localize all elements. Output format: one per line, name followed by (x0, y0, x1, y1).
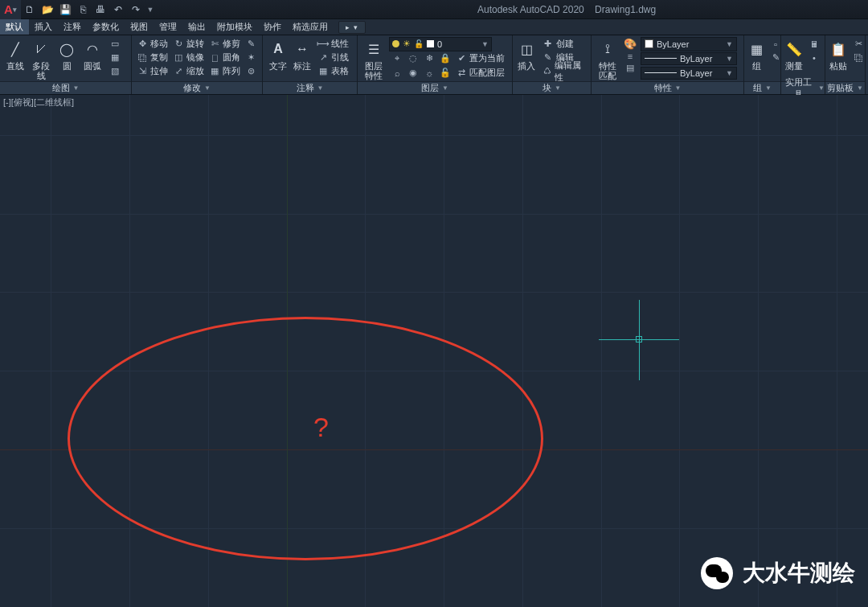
cmd-offset[interactable]: ⊜ (243, 66, 259, 77)
tab-default[interactable]: 默认 (0, 19, 29, 35)
qat-plot-icon[interactable]: 🖶 (92, 2, 108, 18)
cmd-group[interactable]: ▦ 组 (747, 37, 766, 71)
cmd-move[interactable]: ✥移动 (134, 38, 170, 50)
cmd-erase[interactable]: ✎ (243, 39, 259, 50)
panel-clipboard-title[interactable]: 剪贴板▼ (825, 81, 865, 94)
linetype-dropdown[interactable]: ByLayer ▼ (641, 67, 737, 80)
drawing-area[interactable]: ? 大水牛测绘 (0, 95, 868, 607)
cmd-hatch[interactable]: ▦ (107, 52, 123, 64)
layer-freeze-btn-icon: ❄ (424, 53, 435, 64)
cmd-region[interactable]: ▧ (107, 66, 123, 77)
cmd-match-props[interactable]: ⟟ 特性 匹配 (594, 37, 621, 80)
app-name: Autodesk AutoCAD 2020 (477, 4, 584, 15)
lineweight-dropdown[interactable]: ByLayer ▼ (641, 52, 737, 65)
color-dropdown[interactable]: ByLayer ▼ (641, 37, 737, 51)
panel-properties-title[interactable]: 特性▼ (592, 81, 743, 94)
cmd-layer-setcurrent[interactable]: ✔置为当前 (453, 52, 507, 64)
cmd-layer-lock[interactable]: 🔒 (437, 53, 453, 64)
cmd-trim[interactable]: ✄修剪 (207, 38, 243, 50)
cmd-block-attedit[interactable]: ♺编辑属性 (540, 59, 588, 84)
cmd-array[interactable]: ▦阵列 (207, 65, 243, 77)
cmd-point[interactable]: • (806, 52, 822, 64)
panel-draw: ╱ 直线 ⩗ 多段线 ◯ 圆 ◠ 圆弧 ▭ ▦ ▧ 绘图▼ (0, 35, 132, 94)
layer-current-name: 0 (437, 39, 478, 49)
panel-layers-title[interactable]: 图层▼ (358, 81, 512, 94)
ungroup-icon: ▫ (770, 39, 781, 50)
cmd-explode[interactable]: ✶ (243, 52, 259, 64)
qat-saveas-icon[interactable]: ⎘ (75, 2, 91, 18)
panel-annotate-title[interactable]: 注释▼ (263, 81, 357, 94)
cmd-layer-match[interactable]: ⇄匹配图层 (453, 67, 507, 79)
cmd-line[interactable]: ╱ 直线 (2, 37, 28, 71)
cmd-layer-off[interactable]: ◌ (405, 53, 421, 64)
cmd-copy[interactable]: ⿻复制 (134, 51, 170, 64)
qat-save-icon[interactable]: 💾 (57, 2, 73, 18)
cmd-block-insert[interactable]: ◫ 插入 (515, 37, 538, 71)
hatch-icon: ▦ (109, 52, 121, 64)
tab-addons[interactable]: 附加模块 (211, 19, 258, 35)
tab-insert[interactable]: 插入 (29, 19, 58, 35)
color-wheel-icon[interactable]: 🎨 (624, 38, 637, 50)
cmd-table[interactable]: ▦表格 (315, 65, 351, 77)
tab-featured[interactable]: 精选应用 (287, 19, 334, 35)
layer-dropdown[interactable]: ☀ 🔓 0 ▼ (389, 37, 492, 51)
panel-draw-title[interactable]: 绘图▼ (0, 81, 131, 94)
cmd-layer-on[interactable]: ◉ (405, 68, 421, 79)
cmd-polyline[interactable]: ⩗ 多段线 (28, 37, 54, 80)
layer-on-btn-icon: ◉ (407, 68, 419, 79)
cmd-layer-thaw[interactable]: ☼ (421, 68, 437, 79)
tab-output[interactable]: 输出 (182, 19, 211, 35)
cmd-layer-uniso[interactable]: ⌕ (389, 68, 405, 79)
qat-undo-icon[interactable]: ↶ (110, 2, 126, 18)
qat-open-icon[interactable]: 📂 (39, 2, 55, 18)
tab-view[interactable]: 视图 (125, 19, 154, 35)
panel-block-title[interactable]: 块▼ (513, 81, 591, 94)
cmd-leader[interactable]: ↗引线 (315, 51, 351, 64)
tab-parametric[interactable]: 参数化 (87, 19, 125, 35)
color-bylayer-icon[interactable]: ≡ (628, 51, 633, 61)
cmd-layer-iso[interactable]: ⌖ (389, 53, 405, 64)
chevron-down-icon: ▼ (818, 84, 825, 92)
cmd-copy-clip[interactable]: ⿻ (850, 52, 866, 64)
cmd-dim-linear[interactable]: ⟼线性 (315, 38, 351, 50)
polyline-icon: ⩗ (31, 39, 51, 59)
cmd-scale[interactable]: ⤢缩放 (170, 65, 207, 77)
cmd-paste[interactable]: 📋 粘贴 (828, 37, 849, 71)
cmd-mirror[interactable]: ◫镜像 (170, 51, 207, 64)
cmd-arc[interactable]: ◠ 圆弧 (80, 37, 105, 71)
panel-utilities-title[interactable]: 实用工具▼ (781, 81, 825, 94)
title-bar: A▾ 🗋 📂 💾 ⎘ 🖶 ↶ ↷ ▼ Autodesk AutoCAD 2020… (0, 0, 868, 19)
cmd-layer-unlock[interactable]: 🔓 (437, 68, 453, 79)
cmd-block-create[interactable]: ✚创建 (540, 38, 576, 50)
cmd-calc[interactable]: 🖩 (806, 39, 822, 50)
cmd-circle[interactable]: ◯ 圆 (54, 37, 80, 71)
line-icon: ╱ (5, 39, 26, 59)
cmd-text[interactable]: A 文字 (265, 37, 291, 71)
tab-annotate[interactable]: 注释 (58, 19, 87, 35)
qat-new-icon[interactable]: 🗋 (22, 2, 38, 18)
cmd-measure[interactable]: 📏 测量 (784, 37, 805, 71)
tab-collab[interactable]: 协作 (258, 19, 287, 35)
panel-group-title[interactable]: 组▼ (744, 81, 780, 94)
cmd-rect[interactable]: ▭ (107, 39, 123, 50)
scale-icon: ⤢ (173, 66, 184, 77)
qat-dropdown-icon[interactable]: ▼ (145, 0, 156, 19)
cmd-stretch[interactable]: ⇲拉伸 (134, 65, 170, 77)
tab-manage[interactable]: 管理 (154, 19, 182, 35)
play-dropdown[interactable]: ▸ ▾ (338, 21, 366, 34)
viewport-controls[interactable]: [-][俯视][二维线框] (3, 96, 74, 109)
cmd-fillet[interactable]: ⎕圆角 (207, 51, 243, 64)
transparency-icon[interactable]: ▤ (626, 63, 634, 73)
cmd-rotate[interactable]: ↻旋转 (170, 38, 207, 50)
mirror-icon: ◫ (173, 52, 184, 64)
cmd-dim[interactable]: ↔ 标注 (291, 37, 313, 71)
cmd-layer-props[interactable]: ☰ 图层 特性 (360, 37, 387, 80)
panel-modify-title[interactable]: 修改▼ (132, 81, 262, 94)
paste-icon: 📋 (828, 39, 849, 59)
cmd-layer-frz[interactable]: ❄ (421, 53, 437, 64)
app-logo[interactable]: A▾ (0, 0, 21, 19)
dimension-icon: ↔ (292, 39, 313, 59)
qat-redo-icon[interactable]: ↷ (128, 2, 144, 18)
block-attr-icon: ♺ (542, 66, 552, 77)
cmd-cut[interactable]: ✂ (850, 39, 866, 50)
